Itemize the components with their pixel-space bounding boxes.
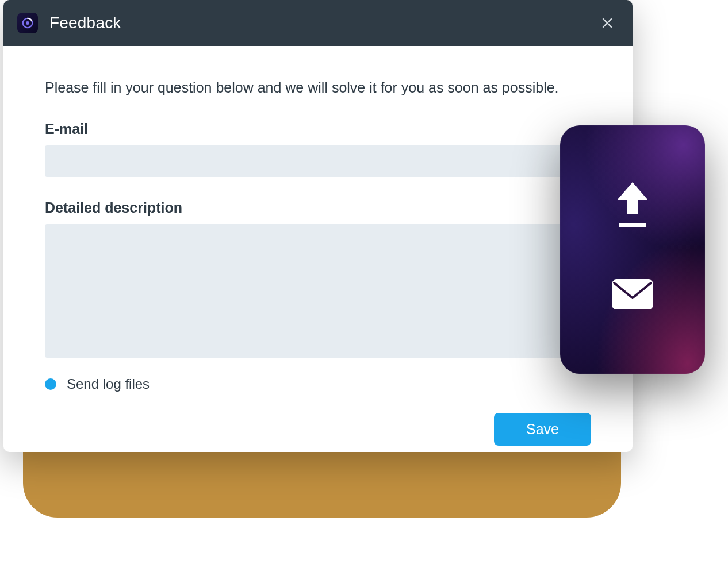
svg-rect-3 xyxy=(612,279,653,309)
close-icon xyxy=(600,16,614,30)
titlebar: Feedback xyxy=(3,0,633,46)
description-field[interactable] xyxy=(45,224,591,358)
feedback-modal: Feedback Please fill in your question be… xyxy=(3,0,633,452)
svg-point-1 xyxy=(26,21,29,25)
app-icon xyxy=(17,13,38,33)
svg-rect-2 xyxy=(619,223,646,227)
close-button[interactable] xyxy=(596,12,619,35)
email-label: E-mail xyxy=(45,121,591,137)
mail-button[interactable] xyxy=(605,267,660,322)
log-files-row: Send log files xyxy=(45,376,591,392)
description-label: Detailed description xyxy=(45,200,591,216)
actions-row: Save xyxy=(45,413,591,446)
log-files-label: Send log files xyxy=(67,376,150,392)
mail-icon xyxy=(610,269,656,320)
upload-button[interactable] xyxy=(605,177,660,232)
side-action-card xyxy=(560,125,705,374)
log-files-radio[interactable] xyxy=(45,378,56,390)
intro-text: Please fill in your question below and w… xyxy=(45,78,591,98)
window-title: Feedback xyxy=(49,14,596,32)
upload-icon xyxy=(610,179,656,231)
save-button[interactable]: Save xyxy=(494,413,591,446)
email-field[interactable] xyxy=(45,145,591,177)
modal-content: Please fill in your question below and w… xyxy=(3,46,633,452)
